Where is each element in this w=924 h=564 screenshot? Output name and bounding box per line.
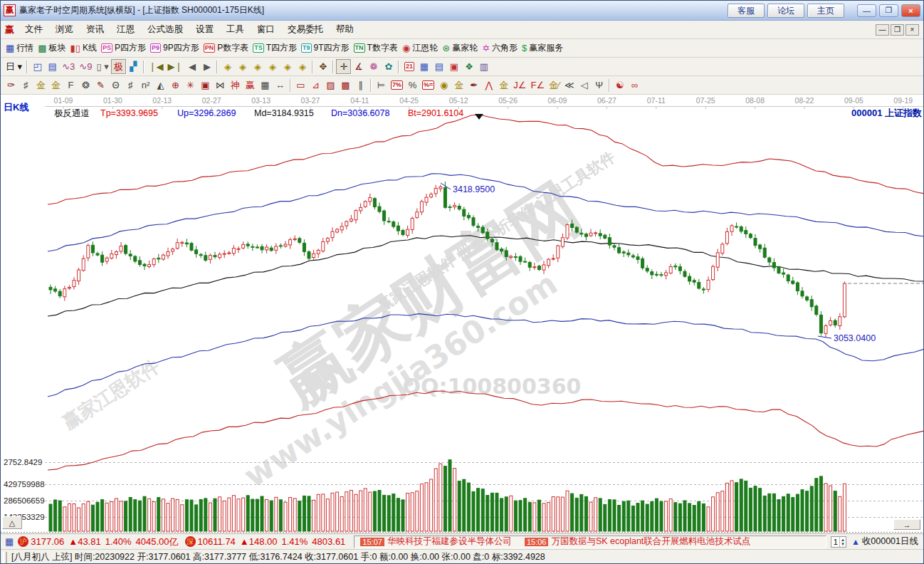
minimize-button[interactable]: —: [857, 4, 876, 17]
sectors-button[interactable]: ▩板块: [36, 41, 68, 56]
calculator-button[interactable]: ▦: [416, 59, 431, 74]
percent-line-tool[interactable]: %=: [420, 78, 436, 93]
spiral-tool[interactable]: ❂: [78, 78, 93, 93]
quote-grid-icon[interactable]: ▦: [5, 536, 14, 547]
dense-grid-tool[interactable]: ▦: [258, 78, 273, 93]
shade-grid-2-tool[interactable]: ▩: [338, 78, 353, 93]
resistance-tool[interactable]: ◁: [577, 78, 592, 93]
fibo-grid-tool[interactable]: F: [63, 78, 78, 93]
pen-tool[interactable]: ✎: [93, 78, 108, 93]
god-grid-tool[interactable]: 神: [228, 78, 243, 93]
menu-settings[interactable]: 设置: [189, 21, 220, 38]
time-circle-tool[interactable]: Θ: [108, 78, 123, 93]
pan-right-button[interactable]: ◈: [235, 59, 250, 74]
brain-map-button[interactable]: ✿: [381, 59, 396, 74]
period-day-dropdown[interactable]: 日 ▾: [4, 59, 24, 74]
gold-angle-tool[interactable]: 金: [496, 78, 511, 93]
pct-retrace-tool[interactable]: 7%: [389, 78, 405, 93]
star-target-tool[interactable]: ✳: [183, 78, 198, 93]
candle-style-dropdown[interactable]: ▯ ▾: [94, 59, 110, 74]
9t-square-button[interactable]: T99T四方形: [299, 41, 352, 56]
slope-lines-tool[interactable]: ∥: [353, 78, 368, 93]
calendar-button[interactable]: 21: [401, 59, 416, 74]
news-headline[interactable]: 万国数据与SK ecoplant联合开展燃料电池技术试点: [551, 536, 750, 548]
print-button[interactable]: ▥: [476, 59, 491, 74]
w-line-tool[interactable]: Ψ: [592, 78, 607, 93]
hand-tool-button[interactable]: ✥: [315, 59, 330, 74]
child-minimize-button[interactable]: —: [876, 24, 889, 36]
network-button[interactable]: ❖: [461, 59, 476, 74]
yinyang-button[interactable]: ☯: [612, 78, 627, 93]
quote-line-tool[interactable]: ⋈: [213, 78, 228, 93]
close-button[interactable]: ×: [901, 4, 920, 17]
compass-icon[interactable]: ▲: [851, 537, 860, 547]
jifan-channel-button[interactable]: 极: [111, 59, 126, 74]
shade-grid-1-tool[interactable]: ▨: [323, 78, 338, 93]
ruler-tool[interactable]: ♯: [123, 78, 138, 93]
first-bar-button[interactable]: ❘◀: [147, 59, 166, 74]
shrink-v-button[interactable]: ◈: [295, 59, 310, 74]
hatch-tool[interactable]: ♯: [19, 78, 33, 93]
menu-trade[interactable]: 交易委托: [281, 21, 330, 38]
forum-button[interactable]: 论坛: [767, 4, 804, 18]
p-number-table-button[interactable]: PNP数字表: [201, 41, 251, 56]
color-chart-button[interactable]: ▞: [126, 59, 141, 74]
brush-tool[interactable]: ✑: [4, 78, 19, 93]
minichart3-button[interactable]: ∿3: [60, 59, 77, 74]
child-restore-button[interactable]: ❐: [891, 24, 904, 36]
gann-wheel-button[interactable]: ◉江恩轮: [400, 41, 440, 56]
menu-browse[interactable]: 浏览: [49, 21, 80, 38]
percent-tool[interactable]: %: [405, 78, 420, 93]
expand-h-button[interactable]: ◈: [250, 59, 265, 74]
next-bar-button[interactable]: ▶: [199, 59, 214, 74]
gann-flower-button[interactable]: ❁: [366, 59, 381, 74]
gold-grid-2-tool[interactable]: 金: [48, 78, 63, 93]
box-frame-tool[interactable]: ▭: [293, 78, 308, 93]
last-bar-button[interactable]: ▶❘: [166, 59, 185, 74]
square-target-tool[interactable]: ▣: [198, 78, 213, 93]
menu-file[interactable]: 文件: [19, 21, 49, 38]
customer-service-button[interactable]: 客服: [728, 4, 765, 18]
kline-chart[interactable]: 赢家财富网www.yingjia360.comQQ:100800360赢家江恩软…: [1, 95, 924, 533]
gold-grid-1-tool[interactable]: 金: [33, 78, 48, 93]
quotes-button[interactable]: ▦行情: [4, 41, 36, 56]
angle-tool-button[interactable]: ∡: [351, 59, 366, 74]
menu-formula-pick[interactable]: 公式选股: [141, 21, 189, 38]
notepad-button[interactable]: ▤: [431, 59, 446, 74]
win-grid-tool[interactable]: 赢: [243, 78, 258, 93]
mirror-tool[interactable]: ◭: [153, 78, 168, 93]
hexagon-button[interactable]: ✡六角形: [480, 41, 520, 56]
t-square-button[interactable]: TST四方形: [251, 41, 299, 56]
gold-slash-tool[interactable]: 金∕: [547, 78, 562, 93]
price-arrow-tool[interactable]: ✒: [466, 78, 481, 93]
t-number-table-button[interactable]: TNT数字表: [352, 41, 400, 56]
news-ticker[interactable]: 15:07 华映科技于福建参设半导体公司 15:06 万国数据与SK ecopl…: [354, 536, 826, 548]
shrink-h-button[interactable]: ◈: [265, 59, 280, 74]
trend-x-tool[interactable]: ⋀: [481, 78, 496, 93]
memo-button[interactable]: ▤: [45, 59, 60, 74]
crosshair-tool-button[interactable]: ✛: [336, 59, 351, 74]
speed-line-tool[interactable]: ≪: [562, 78, 577, 93]
width-arrow-tool[interactable]: ↔: [273, 78, 288, 93]
infinity-button[interactable]: ∞: [627, 78, 642, 93]
menu-news[interactable]: 资讯: [80, 21, 110, 38]
menu-help[interactable]: 帮助: [330, 21, 360, 38]
9p-square-button[interactable]: P99P四方形: [148, 41, 201, 56]
child-close-button[interactable]: ×: [905, 24, 919, 36]
chart-window-button[interactable]: ◰: [30, 59, 45, 74]
homepage-button[interactable]: 主页: [807, 4, 844, 18]
n-square-tool[interactable]: n²: [138, 78, 153, 93]
restore-button[interactable]: ❐: [879, 4, 898, 17]
winner-service-button[interactable]: $赢家服务: [520, 41, 565, 56]
news-headline[interactable]: 华映科技于福建参设半导体公司: [387, 536, 512, 548]
menu-gann[interactable]: 江恩: [110, 21, 141, 38]
f-line-tool[interactable]: F∠: [528, 78, 547, 93]
price-ruler-tool[interactable]: ⊨: [374, 78, 389, 93]
expand-v-button[interactable]: ◈: [280, 59, 295, 74]
gold-circle-tool[interactable]: ◉: [436, 78, 451, 93]
spinner-arrows-icon[interactable]: ▲▼: [839, 537, 846, 547]
menu-tools[interactable]: 工具: [220, 21, 251, 38]
fan-lines-tool[interactable]: ⊿: [308, 78, 323, 93]
volume-pane-toggle-button[interactable]: △: [2, 516, 22, 529]
j-line-tool[interactable]: J∠: [511, 78, 528, 93]
